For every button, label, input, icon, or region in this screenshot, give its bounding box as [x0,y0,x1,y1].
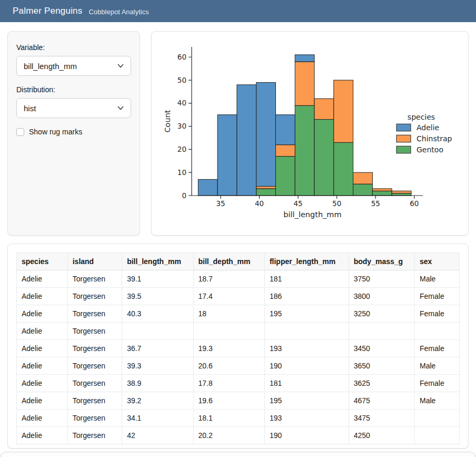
variable-select-value: bill_length_mm [24,62,77,71]
chart-card: 0102030405060354045505560bill_length_mmC… [151,31,469,236]
table-header-row: speciesislandbill_length_mmbill_depth_mm… [17,253,460,270]
distribution-select-value: hist [24,104,36,113]
distribution-select[interactable]: hist [16,98,131,118]
legend-swatch-gentoo [396,146,411,153]
histogram-bar-gentoo [334,142,353,196]
histogram-bar-gentoo [314,119,334,196]
svg-text:10: 10 [177,168,186,177]
distribution-label: Distribution: [16,85,131,94]
legend-swatch-adelie [396,124,411,131]
table-row: AdelieTorgersen [17,323,460,340]
table-row: AdelieTorgersen36.719.31933450Female [17,340,460,357]
histogram-bar-adelie [295,55,314,62]
distribution-histogram: 0102030405060354045505560bill_length_mmC… [152,32,468,235]
table-row: AdelieTorgersen39.118.71813750Male [17,270,460,288]
histogram-bar-chinstrap [256,186,276,188]
app-header: Palmer Penguins Cobblepot Analytics [0,0,476,22]
app-title: Palmer Penguins [13,6,82,16]
column-header: sex [415,253,460,270]
column-header: island [67,253,122,270]
svg-text:40: 40 [177,99,186,107]
sidebar: Variable: bill_length_mm Distribution: h… [7,31,140,236]
column-header: flipper_length_mm [264,253,349,270]
histogram-bar-chinstrap [392,191,411,193]
histogram-bar-adelie [237,85,256,196]
svg-text:45: 45 [294,199,303,208]
column-header: bill_depth_mm [193,253,264,270]
legend-label: Adelie [417,123,439,132]
legend-label: Gentoo [417,145,443,154]
rug-checkbox-row: Show rug marks [16,128,131,136]
column-header: body_mass_g [349,253,414,270]
histogram-bar-adelie [217,115,237,196]
histogram-bar-gentoo [295,105,314,196]
rug-checkbox-label: Show rug marks [29,128,82,136]
histogram-bar-gentoo [275,157,295,196]
svg-text:40: 40 [255,199,264,208]
rug-checkbox[interactable] [16,128,24,136]
svg-text:60: 60 [410,199,419,208]
chevron-down-icon [117,62,124,70]
svg-text:bill_length_mm: bill_length_mm [283,210,341,219]
histogram-bar-gentoo [372,191,392,196]
legend-title: species [408,113,435,121]
histogram-bar-chinstrap [275,145,295,157]
table-row: AdelieTorgersen39.517.41863800Female [17,288,460,305]
main-content: Variable: bill_length_mm Distribution: h… [0,22,476,449]
svg-text:20: 20 [177,145,186,153]
svg-text:55: 55 [371,199,380,208]
histogram-bar-adelie [198,179,217,196]
variable-label: Variable: [16,43,131,52]
chevron-down-icon [117,104,124,112]
variable-select[interactable]: bill_length_mm [16,56,131,76]
histogram-bar-chinstrap [314,99,334,119]
svg-text:60: 60 [177,53,186,61]
histogram-bar-chinstrap [372,189,392,191]
page-bottom-band [0,452,476,457]
table-row: AdelieTorgersen34.118.11933475 [17,410,460,427]
svg-text:50: 50 [177,76,186,84]
svg-text:Count: Count [163,110,172,132]
histogram-bar-gentoo [392,193,411,196]
svg-text:35: 35 [216,199,225,208]
histogram-bar-gentoo [353,184,373,196]
table-row: AdelieTorgersen39.219.61954675Male [17,392,460,410]
svg-text:30: 30 [177,122,186,130]
legend-swatch-chinstrap [396,135,411,142]
table-row: AdelieTorgersen4220.21904250 [17,427,460,444]
table-row: AdelieTorgersen40.3181953250Female [17,305,460,323]
histogram-bar-adelie [256,82,276,186]
column-header: species [17,253,68,270]
histogram-bar-chinstrap [295,62,314,105]
penguins-table: speciesislandbill_length_mmbill_depth_mm… [16,252,460,444]
data-table-card: speciesislandbill_length_mmbill_depth_mm… [7,244,469,449]
app-subtitle: Cobblepot Analytics [88,8,148,16]
histogram-bar-adelie [275,115,295,145]
svg-text:0: 0 [182,191,186,200]
column-header: bill_length_mm [122,253,193,270]
histogram-bar-chinstrap [353,172,373,184]
legend-label: Chinstrap [417,134,452,143]
histogram-bar-chinstrap [334,80,353,142]
svg-text:50: 50 [332,199,341,208]
histogram-bar-gentoo [256,189,276,196]
table-row: AdelieTorgersen38.917.81813625Female [17,375,460,392]
table-row: AdelieTorgersen39.320.61903650Male [17,357,460,375]
